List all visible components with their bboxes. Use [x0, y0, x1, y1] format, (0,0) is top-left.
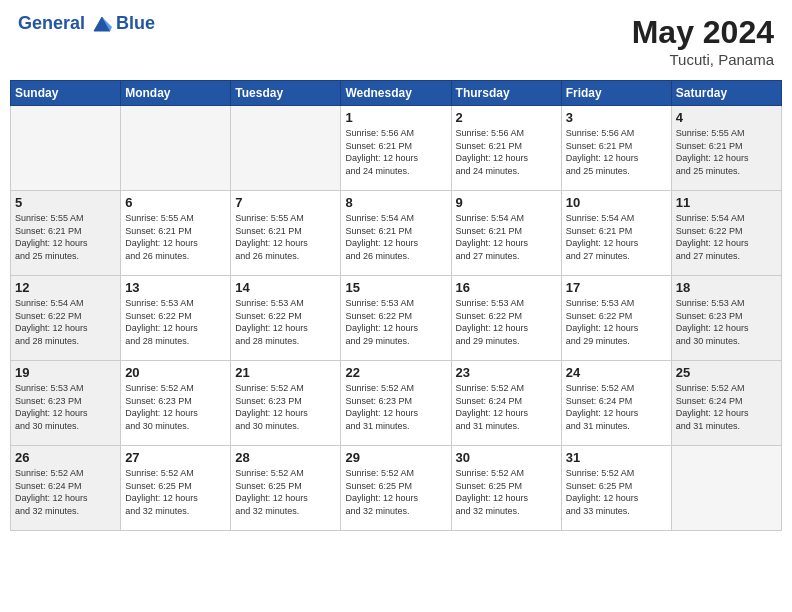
day-info: Sunrise: 5:53 AM Sunset: 6:22 PM Dayligh…: [456, 297, 557, 347]
day-number: 25: [676, 365, 777, 380]
calendar-day-cell: 31Sunrise: 5:52 AM Sunset: 6:25 PM Dayli…: [561, 446, 671, 531]
day-number: 10: [566, 195, 667, 210]
day-number: 3: [566, 110, 667, 125]
day-number: 26: [15, 450, 116, 465]
calendar-day-cell: 20Sunrise: 5:52 AM Sunset: 6:23 PM Dayli…: [121, 361, 231, 446]
calendar-day-cell: 27Sunrise: 5:52 AM Sunset: 6:25 PM Dayli…: [121, 446, 231, 531]
calendar-day-cell: 2Sunrise: 5:56 AM Sunset: 6:21 PM Daylig…: [451, 106, 561, 191]
day-info: Sunrise: 5:53 AM Sunset: 6:22 PM Dayligh…: [235, 297, 336, 347]
calendar-day-cell: 28Sunrise: 5:52 AM Sunset: 6:25 PM Dayli…: [231, 446, 341, 531]
day-info: Sunrise: 5:52 AM Sunset: 6:25 PM Dayligh…: [125, 467, 226, 517]
day-number: 14: [235, 280, 336, 295]
day-number: 29: [345, 450, 446, 465]
day-number: 6: [125, 195, 226, 210]
day-info: Sunrise: 5:53 AM Sunset: 6:22 PM Dayligh…: [125, 297, 226, 347]
calendar-header-row: SundayMondayTuesdayWednesdayThursdayFrid…: [11, 81, 782, 106]
weekday-header: Monday: [121, 81, 231, 106]
calendar-day-cell: 10Sunrise: 5:54 AM Sunset: 6:21 PM Dayli…: [561, 191, 671, 276]
logo-general: General: [18, 13, 85, 33]
weekday-header: Wednesday: [341, 81, 451, 106]
calendar-day-cell: [121, 106, 231, 191]
calendar-day-cell: 11Sunrise: 5:54 AM Sunset: 6:22 PM Dayli…: [671, 191, 781, 276]
calendar-day-cell: [11, 106, 121, 191]
weekday-header: Friday: [561, 81, 671, 106]
day-number: 18: [676, 280, 777, 295]
day-info: Sunrise: 5:55 AM Sunset: 6:21 PM Dayligh…: [15, 212, 116, 262]
day-info: Sunrise: 5:53 AM Sunset: 6:22 PM Dayligh…: [566, 297, 667, 347]
day-number: 16: [456, 280, 557, 295]
day-info: Sunrise: 5:52 AM Sunset: 6:25 PM Dayligh…: [235, 467, 336, 517]
day-info: Sunrise: 5:52 AM Sunset: 6:23 PM Dayligh…: [345, 382, 446, 432]
day-info: Sunrise: 5:53 AM Sunset: 6:23 PM Dayligh…: [15, 382, 116, 432]
location: Tucuti, Panama: [632, 51, 774, 68]
calendar-day-cell: 23Sunrise: 5:52 AM Sunset: 6:24 PM Dayli…: [451, 361, 561, 446]
day-number: 23: [456, 365, 557, 380]
day-info: Sunrise: 5:55 AM Sunset: 6:21 PM Dayligh…: [125, 212, 226, 262]
calendar-day-cell: 18Sunrise: 5:53 AM Sunset: 6:23 PM Dayli…: [671, 276, 781, 361]
weekday-header: Sunday: [11, 81, 121, 106]
calendar-week-row: 5Sunrise: 5:55 AM Sunset: 6:21 PM Daylig…: [11, 191, 782, 276]
day-number: 13: [125, 280, 226, 295]
day-number: 11: [676, 195, 777, 210]
title-block: May 2024 Tucuti, Panama: [632, 14, 774, 68]
calendar-day-cell: 21Sunrise: 5:52 AM Sunset: 6:23 PM Dayli…: [231, 361, 341, 446]
logo-blue: Blue: [116, 14, 155, 34]
day-info: Sunrise: 5:52 AM Sunset: 6:25 PM Dayligh…: [566, 467, 667, 517]
calendar-day-cell: 9Sunrise: 5:54 AM Sunset: 6:21 PM Daylig…: [451, 191, 561, 276]
day-info: Sunrise: 5:52 AM Sunset: 6:24 PM Dayligh…: [566, 382, 667, 432]
day-info: Sunrise: 5:53 AM Sunset: 6:23 PM Dayligh…: [676, 297, 777, 347]
calendar-week-row: 19Sunrise: 5:53 AM Sunset: 6:23 PM Dayli…: [11, 361, 782, 446]
calendar-day-cell: 12Sunrise: 5:54 AM Sunset: 6:22 PM Dayli…: [11, 276, 121, 361]
weekday-header: Thursday: [451, 81, 561, 106]
day-info: Sunrise: 5:54 AM Sunset: 6:21 PM Dayligh…: [566, 212, 667, 262]
calendar-day-cell: 6Sunrise: 5:55 AM Sunset: 6:21 PM Daylig…: [121, 191, 231, 276]
day-number: 12: [15, 280, 116, 295]
day-number: 8: [345, 195, 446, 210]
calendar-day-cell: 30Sunrise: 5:52 AM Sunset: 6:25 PM Dayli…: [451, 446, 561, 531]
day-info: Sunrise: 5:55 AM Sunset: 6:21 PM Dayligh…: [235, 212, 336, 262]
day-number: 27: [125, 450, 226, 465]
day-number: 31: [566, 450, 667, 465]
calendar-day-cell: 13Sunrise: 5:53 AM Sunset: 6:22 PM Dayli…: [121, 276, 231, 361]
day-info: Sunrise: 5:56 AM Sunset: 6:21 PM Dayligh…: [345, 127, 446, 177]
calendar-day-cell: 19Sunrise: 5:53 AM Sunset: 6:23 PM Dayli…: [11, 361, 121, 446]
day-info: Sunrise: 5:52 AM Sunset: 6:24 PM Dayligh…: [676, 382, 777, 432]
month-title: May 2024: [632, 14, 774, 51]
day-number: 9: [456, 195, 557, 210]
day-number: 20: [125, 365, 226, 380]
calendar-day-cell: 25Sunrise: 5:52 AM Sunset: 6:24 PM Dayli…: [671, 361, 781, 446]
day-info: Sunrise: 5:53 AM Sunset: 6:22 PM Dayligh…: [345, 297, 446, 347]
calendar-day-cell: 7Sunrise: 5:55 AM Sunset: 6:21 PM Daylig…: [231, 191, 341, 276]
day-number: 28: [235, 450, 336, 465]
day-number: 5: [15, 195, 116, 210]
day-info: Sunrise: 5:54 AM Sunset: 6:22 PM Dayligh…: [676, 212, 777, 262]
weekday-header: Tuesday: [231, 81, 341, 106]
calendar-table: SundayMondayTuesdayWednesdayThursdayFrid…: [10, 80, 782, 531]
calendar-day-cell: [671, 446, 781, 531]
calendar-day-cell: 24Sunrise: 5:52 AM Sunset: 6:24 PM Dayli…: [561, 361, 671, 446]
day-number: 22: [345, 365, 446, 380]
logo: General Blue: [18, 14, 155, 34]
day-info: Sunrise: 5:52 AM Sunset: 6:24 PM Dayligh…: [456, 382, 557, 432]
day-number: 1: [345, 110, 446, 125]
day-info: Sunrise: 5:55 AM Sunset: 6:21 PM Dayligh…: [676, 127, 777, 177]
day-number: 15: [345, 280, 446, 295]
day-info: Sunrise: 5:54 AM Sunset: 6:21 PM Dayligh…: [456, 212, 557, 262]
page-header: General Blue May 2024 Tucuti, Panama: [10, 10, 782, 72]
day-number: 7: [235, 195, 336, 210]
calendar-week-row: 1Sunrise: 5:56 AM Sunset: 6:21 PM Daylig…: [11, 106, 782, 191]
calendar-day-cell: 29Sunrise: 5:52 AM Sunset: 6:25 PM Dayli…: [341, 446, 451, 531]
day-info: Sunrise: 5:56 AM Sunset: 6:21 PM Dayligh…: [566, 127, 667, 177]
calendar-day-cell: 5Sunrise: 5:55 AM Sunset: 6:21 PM Daylig…: [11, 191, 121, 276]
day-number: 19: [15, 365, 116, 380]
day-info: Sunrise: 5:54 AM Sunset: 6:22 PM Dayligh…: [15, 297, 116, 347]
day-number: 17: [566, 280, 667, 295]
day-number: 24: [566, 365, 667, 380]
weekday-header: Saturday: [671, 81, 781, 106]
calendar-day-cell: 8Sunrise: 5:54 AM Sunset: 6:21 PM Daylig…: [341, 191, 451, 276]
day-info: Sunrise: 5:52 AM Sunset: 6:23 PM Dayligh…: [125, 382, 226, 432]
day-info: Sunrise: 5:52 AM Sunset: 6:25 PM Dayligh…: [345, 467, 446, 517]
calendar-day-cell: 26Sunrise: 5:52 AM Sunset: 6:24 PM Dayli…: [11, 446, 121, 531]
day-info: Sunrise: 5:52 AM Sunset: 6:25 PM Dayligh…: [456, 467, 557, 517]
day-number: 4: [676, 110, 777, 125]
